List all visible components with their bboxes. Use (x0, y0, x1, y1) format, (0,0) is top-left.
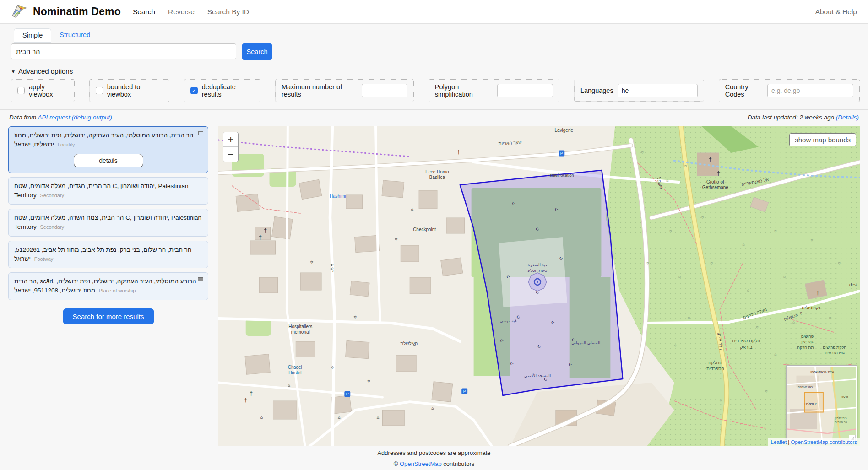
nav-link-search-by-id[interactable]: Search By ID (207, 8, 249, 16)
advanced-options-label: Advanced options (18, 67, 73, 75)
svg-text:בוראק: בוראק (740, 345, 753, 350)
minimap[interactable]: שייח' ג'ראח/שמעוןבאב א-זהרהירושליםא-טורב… (787, 366, 857, 443)
search-button[interactable]: Search (242, 43, 272, 60)
svg-text:✡: ✡ (666, 179, 669, 183)
nav-link-reverse[interactable]: Reverse (168, 8, 195, 16)
svg-text:☪: ☪ (551, 320, 555, 325)
bounded-viewbox-checkbox[interactable] (96, 87, 103, 94)
languages-option: Languages (574, 80, 704, 102)
svg-text:☪: ☪ (516, 315, 520, 319)
deduplicate-label: deduplicate results (202, 83, 254, 98)
bounded-viewbox-option[interactable]: bounded to viewbox (89, 79, 169, 102)
search-result[interactable]: הר הבית, צמח השדה, מעלה אדומים, שטח C, י… (8, 209, 208, 237)
search-result[interactable]: הר הבית, scări, הרובע המוסלמי, העיר העתי… (8, 272, 208, 300)
svg-text:☪: ☪ (537, 344, 541, 349)
svg-text:✡: ✡ (687, 316, 690, 320)
max-results-input[interactable] (362, 84, 407, 97)
svg-text:Citadel: Citadel (288, 365, 302, 370)
api-request-link[interactable]: API request (38, 114, 71, 121)
svg-text:المصلى المرواني: المصلى المرواني (571, 340, 600, 345)
search-result[interactable]: הר הבית, הר שלום, בני ברק, נפת תל אביב, … (8, 241, 208, 269)
search-result[interactable]: הר הבית, מגדים, מעלה אדומים, שטח C, יהוד… (8, 177, 208, 205)
data-from-label: Data from (9, 114, 36, 121)
osm-contributors-link[interactable]: OpenStreetMap contributors (791, 439, 857, 445)
map-canvas[interactable]: ✡✡✡✡✡✡✡✡✡✡✡✡✡✡✡✡✡✡✡✡✡✡✡✡✡✡✡✡✡✡✡✡✡✡✡✡☪☪☪☪… (218, 126, 860, 446)
zoom-out-button[interactable]: − (223, 147, 238, 162)
country-codes-input[interactable] (767, 84, 853, 97)
place-of-worship-icon (198, 277, 203, 281)
svg-text:☪: ☪ (569, 362, 572, 367)
svg-text:☪: ☪ (512, 201, 515, 206)
result-type-badge: Locality (58, 142, 75, 147)
tab-structured[interactable]: Structured (51, 28, 98, 43)
apply-viewbox-checkbox[interactable] (17, 87, 25, 94)
minimap-canvas: שייח' ג'ראח/שמעוןבאב א-זהרהירושליםא-טורב… (787, 367, 856, 442)
svg-text:قبة موسى: قبة موسى (500, 319, 517, 323)
svg-text:☪: ☪ (559, 256, 563, 261)
brand-title: Nominatim Demo (33, 5, 121, 18)
svg-text:P: P (463, 389, 466, 394)
search-more-button[interactable]: Search for more results (63, 308, 154, 324)
details-button[interactable]: details (74, 154, 143, 167)
svg-text:☪: ☪ (510, 362, 514, 366)
svg-text:✡: ✡ (710, 261, 713, 265)
svg-text:✡: ✡ (774, 229, 777, 233)
nominatim-logo-icon (11, 4, 28, 20)
svg-text:قبة الصخرة: قبة الصخرة (528, 263, 548, 267)
svg-text:Hashimi: Hashimi (330, 194, 346, 199)
leaflet-link[interactable]: Leaflet (771, 439, 787, 445)
svg-text:P: P (346, 392, 349, 396)
copyright-symbol: © (394, 460, 398, 467)
result-text: הר הבית, הרובע המוסלמי, העיר העתיקה, ירו… (14, 132, 193, 148)
last-updated-value: 2 weeks ago (799, 114, 834, 121)
svg-text:✡: ✡ (376, 416, 380, 420)
openstreetmap-link[interactable]: OpenStreetMap (400, 460, 442, 467)
svg-text:✡: ✡ (353, 315, 357, 319)
svg-text:החלקה: החלקה (708, 360, 722, 365)
svg-text:א-טור: א-טור (841, 395, 848, 398)
svg-text:הר הזיתים: הר הזיתים (835, 421, 847, 424)
svg-text:†: † (457, 148, 460, 155)
svg-text:נקרופוליס: נקרופוליס (802, 305, 820, 310)
result-type-badge: Secondary (40, 193, 65, 198)
deduplicate-checkbox[interactable]: ✓ (190, 87, 198, 94)
deduplicate-option[interactable]: ✓ deduplicate results (184, 79, 260, 102)
svg-text:בית עלמין: בית עלמין (835, 416, 847, 420)
search-form-section: Simple Structured Search ▼Advanced optio… (0, 24, 868, 109)
svg-text:✡: ✡ (684, 164, 687, 168)
nav-link-about-help[interactable]: About & Help (815, 8, 857, 16)
apply-viewbox-option[interactable]: apply viewbox (11, 79, 75, 102)
svg-text:Lavigerie: Lavigerie (555, 128, 574, 133)
svg-text:✡: ✡ (678, 275, 681, 279)
zoom-in-button[interactable]: + (223, 132, 238, 147)
svg-text:memorial: memorial (291, 330, 310, 335)
nav-link-search[interactable]: Search (133, 8, 155, 16)
svg-text:✡: ✡ (260, 416, 263, 420)
svg-text:✡: ✡ (783, 275, 786, 279)
search-input[interactable] (11, 43, 236, 59)
advanced-options-toggle[interactable]: ▼Advanced options (11, 67, 860, 75)
debug-output-link[interactable]: (debug output) (72, 114, 112, 121)
svg-text:Hostel: Hostel (288, 370, 301, 375)
languages-input[interactable] (618, 84, 698, 97)
map[interactable]: ✡✡✡✡✡✡✡✡✡✡✡✡✡✡✡✡✡✡✡✡✡✡✡✡✡✡✡✡✡✡✡✡✡✡✡✡☪☪☪☪… (218, 126, 860, 446)
svg-text:✡: ✡ (719, 399, 722, 403)
polygon-simplification-input[interactable] (497, 84, 553, 97)
data-updated-text: Data last updated: 2 weeks ago (Details) (748, 114, 859, 121)
svg-text:✡: ✡ (331, 365, 334, 370)
nav-links: Search Reverse Search By ID (133, 8, 249, 16)
show-map-bounds-button[interactable]: show map bounds (789, 133, 856, 146)
brand[interactable]: Nominatim Demo (11, 4, 121, 20)
svg-text:✡: ✡ (410, 207, 413, 212)
search-mode-tabs: Simple Structured (14, 28, 860, 43)
details-link[interactable]: (Details) (836, 114, 859, 121)
svg-text:Basilica: Basilica (429, 175, 445, 180)
search-result[interactable]: הר הבית, הרובע המוסלמי, העיר העתיקה, ירו… (8, 126, 208, 173)
svg-text:✡: ✡ (310, 260, 313, 265)
svg-text:†: † (250, 390, 253, 397)
svg-text:✡: ✡ (337, 416, 341, 420)
svg-text:✡: ✡ (810, 238, 814, 243)
svg-text:des: des (849, 282, 857, 287)
tab-simple[interactable]: Simple (14, 28, 51, 43)
polygon-simplification-option: Polygon simplification (429, 79, 559, 102)
